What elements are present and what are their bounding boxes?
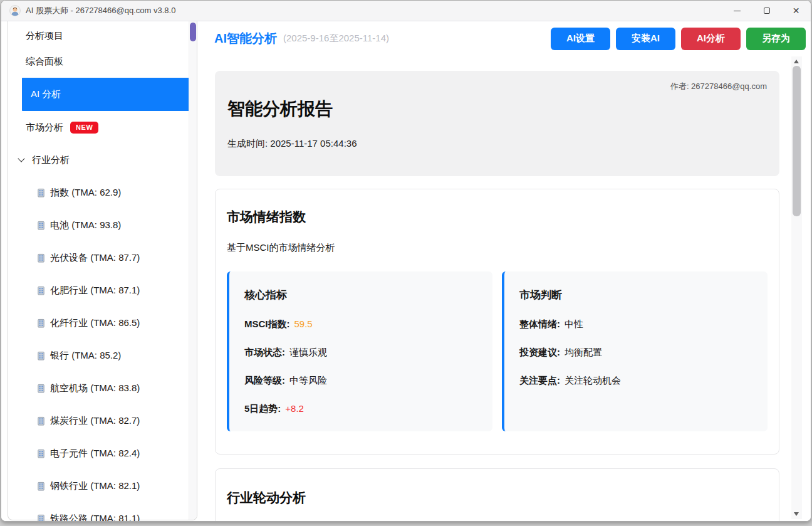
sidebar-item-industry[interactable]: 煤炭行业 (TMA: 82.7): [8, 404, 197, 437]
sidebar-item-label: 化纤行业 (TMA: 86.5): [50, 317, 140, 329]
chevron-down-icon: [18, 155, 24, 162]
market-sentiment-section: 市场情绪指数 基于MSCI的市场情绪分析 核心指标 MSCI指数:59.5 市场…: [215, 189, 779, 455]
building-icon: [36, 481, 46, 491]
sidebar: 分析项目 综合面板 AI 分析 市场分析 NEW 行业分析 指数 (TMA: 6…: [8, 21, 197, 520]
card-title: 核心指标: [244, 288, 477, 302]
metric-value: 中等风险: [289, 375, 327, 386]
building-icon: [36, 384, 46, 393]
building-icon: [36, 221, 46, 230]
close-button[interactable]: ✕: [781, 1, 811, 21]
sidebar-item-industry[interactable]: 钢铁行业 (TMA: 82.1): [8, 470, 197, 502]
building-icon: [36, 514, 46, 522]
sidebar-item-label: 光伏设备 (TMA: 87.7): [50, 252, 140, 264]
metric-value: 均衡配置: [565, 347, 602, 357]
section-subtitle: 基于MSCI的市场情绪分析: [227, 242, 768, 254]
sidebar-item-industry[interactable]: 银行 (TMA: 85.2): [8, 339, 197, 372]
maximize-button[interactable]: [752, 1, 781, 21]
sidebar-item-label: 电子元件 (TMA: 82.4): [50, 448, 140, 460]
sidebar-item-industry[interactable]: 铁路公路 (TMA: 81.1): [8, 502, 197, 522]
main-panel: AI智能分析 (2025-9-16至2025-11-14) AI设置 安装AI …: [197, 21, 811, 521]
building-icon: [36, 286, 46, 295]
sidebar-item-industry[interactable]: 化纤行业 (TMA: 86.5): [8, 307, 197, 339]
metric-row: 关注要点:关注轮动机会: [519, 375, 752, 387]
metric-value: 谨慎乐观: [289, 347, 327, 357]
sidebar-item-label: 煤炭行业 (TMA: 82.7): [50, 415, 140, 427]
page-title: AI智能分析: [214, 30, 277, 47]
window-title: AI 股票大师 - 267278466@qq.com v3.8.0: [26, 5, 175, 16]
sidebar-group-industry-analysis[interactable]: 行业分析: [8, 144, 197, 176]
sidebar-item-label: 指数 (TMA: 62.9): [50, 187, 121, 199]
metric-value: +8.2: [285, 403, 304, 414]
main-header: AI智能分析 (2025-9-16至2025-11-14) AI设置 安装AI …: [197, 21, 811, 56]
building-icon: [36, 188, 46, 197]
sidebar-item-industry[interactable]: 电池 (TMA: 93.8): [8, 209, 197, 241]
section-title: 行业轮动分析: [227, 489, 768, 507]
report-title: 智能分析报告: [227, 97, 767, 121]
sidebar-item-label: 铁路公路 (TMA: 81.1): [50, 513, 140, 522]
sidebar-scrollbar-thumb[interactable]: [190, 23, 196, 41]
building-icon: [36, 449, 46, 458]
main-scrollbar-thumb[interactable]: [793, 66, 801, 216]
metric-row: MSCI指数:59.5: [244, 318, 477, 330]
minimize-button[interactable]: [722, 1, 752, 21]
section-title: 市场情绪指数: [227, 208, 768, 226]
sidebar-item-industry[interactable]: 指数 (TMA: 62.9): [8, 176, 197, 209]
app-avatar-icon: [9, 5, 21, 16]
sidebar-item-label: AI 分析: [31, 88, 61, 100]
sidebar-item-label: 银行 (TMA: 85.2): [50, 350, 121, 362]
sidebar-item-market-analysis[interactable]: 市场分析 NEW: [8, 111, 197, 144]
sidebar-scrollbar[interactable]: [189, 21, 197, 520]
sidebar-item-industry[interactable]: 航空机场 (TMA: 83.8): [8, 372, 197, 404]
industry-rotation-section: 行业轮动分析: [215, 468, 779, 521]
report-generated-time: 生成时间: 2025-11-17 05:44:36: [227, 138, 767, 150]
toolbar: AI设置 安装AI AI分析 另存为: [551, 28, 806, 50]
metric-row: 风险等级:中等风险: [244, 375, 477, 387]
metric-row: 市场状态:谨慎乐观: [244, 347, 477, 359]
card-title: 市场判断: [519, 288, 752, 302]
sidebar-item-ai-analysis[interactable]: AI 分析: [22, 78, 189, 111]
metric-row: 投资建议:均衡配置: [519, 347, 752, 359]
metric-value: 关注轮动机会: [565, 375, 621, 386]
scroll-down-icon[interactable]: [794, 512, 799, 516]
install-ai-button[interactable]: 安装AI: [616, 28, 675, 50]
sidebar-item-label: 航空机场 (TMA: 83.8): [50, 382, 140, 394]
sidebar-item-label: 市场分析: [26, 122, 63, 134]
new-badge: NEW: [70, 122, 98, 134]
building-icon: [36, 351, 46, 360]
metric-value: 59.5: [294, 318, 313, 329]
minimize-icon: [734, 11, 741, 11]
report-header-card: 作者: 267278466@qq.com 智能分析报告 生成时间: 2025-1…: [215, 71, 779, 176]
date-range: (2025-9-16至2025-11-14): [283, 33, 389, 45]
sidebar-item-industry[interactable]: 化肥行业 (TMA: 87.1): [8, 274, 197, 307]
main-scrollbar[interactable]: [791, 56, 802, 519]
core-indicators-card: 核心指标 MSCI指数:59.5 市场状态:谨慎乐观 风险等级:中等风险: [227, 271, 492, 431]
sidebar-group-label: 行业分析: [32, 154, 70, 166]
sidebar-item-label: 化肥行业 (TMA: 87.1): [50, 285, 140, 297]
building-icon: [36, 318, 46, 328]
sidebar-item-industry[interactable]: 光伏设备 (TMA: 87.7): [8, 241, 197, 274]
sidebar-item-label: 综合面板: [26, 56, 63, 68]
sidebar-item-label: 电池 (TMA: 93.8): [50, 219, 121, 231]
report-author: 作者: 267278466@qq.com: [227, 81, 767, 92]
scroll-up-icon[interactable]: [794, 60, 799, 63]
metric-row: 整体情绪:中性: [519, 318, 752, 330]
sidebar-header: 分析项目: [8, 21, 197, 45]
save-as-button[interactable]: 另存为: [746, 28, 806, 50]
report-content: 作者: 267278466@qq.com 智能分析报告 生成时间: 2025-1…: [197, 56, 791, 521]
building-icon: [36, 253, 46, 263]
window-controls: ✕: [722, 1, 811, 21]
maximize-icon: [764, 8, 770, 14]
ai-settings-button[interactable]: AI设置: [551, 28, 610, 50]
close-icon: ✕: [793, 6, 800, 15]
app-window: AI 股票大师 - 267278466@qq.com v3.8.0 ✕ 分析项目…: [1, 0, 811, 522]
ai-analyze-button[interactable]: AI分析: [681, 28, 741, 50]
sidebar-item-industry[interactable]: 电子元件 (TMA: 82.4): [8, 437, 197, 470]
sidebar-item-dashboard[interactable]: 综合面板: [8, 45, 197, 78]
building-icon: [36, 416, 46, 426]
market-judgement-card: 市场判断 整体情绪:中性 投资建议:均衡配置 关注要点:关注轮动机会: [502, 271, 768, 431]
sidebar-item-label: 钢铁行业 (TMA: 82.1): [50, 480, 140, 492]
titlebar: AI 股票大师 - 267278466@qq.com v3.8.0 ✕: [1, 1, 811, 21]
metric-row: 5日趋势:+8.2: [244, 403, 477, 415]
metric-value: 中性: [565, 318, 583, 329]
